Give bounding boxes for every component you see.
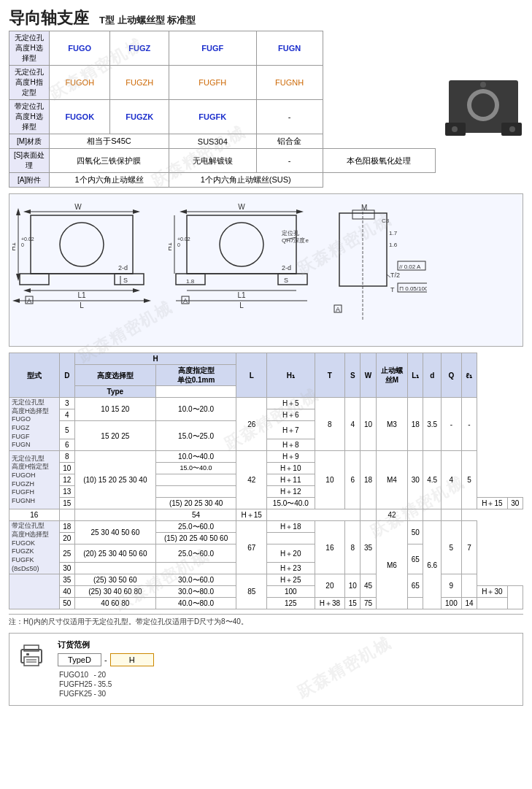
d-18: 18 <box>59 521 74 533</box>
product-info-table: 无定位孔高度H选择型 FUGO FUGZ FUGF FUGN 无定位孔高度H指定… <box>9 31 436 188</box>
d-5: 5 <box>59 421 74 439</box>
svg-marker-38 <box>296 209 304 214</box>
svg-marker-28 <box>12 299 20 303</box>
w-35: 35 <box>361 521 376 574</box>
h-fixed-3d <box>155 486 236 498</box>
material-3: 铝合金 <box>256 134 323 149</box>
h-select-5b: (25) 30 40 60 80 <box>74 586 155 598</box>
d-30: 30 <box>59 563 74 574</box>
q-4: 4 <box>441 451 461 509</box>
svg-text:// 0.02 A: // 0.02 A <box>399 263 421 270</box>
col-l1: L₁ <box>408 353 423 398</box>
row-header-1: 无定位孔高度H选择型 <box>9 31 50 66</box>
d-8: 8 <box>59 451 74 463</box>
product-image <box>443 31 523 188</box>
col-type-en: Type <box>74 386 155 398</box>
h1-h25: H＋25 <box>266 574 315 586</box>
svg-text:A: A <box>336 306 340 313</box>
h-fixed-3e: 15.0〜40.0 <box>266 498 315 509</box>
ex1-val: 20 <box>98 671 112 679</box>
h-fixed-4c: 25.0〜60.0 <box>155 544 236 563</box>
type-group-1: 无定位孔型高度H选择型FUGOFUGZFUGFFUGN <box>9 398 60 451</box>
svg-text:A: A <box>27 297 31 304</box>
svg-point-4 <box>471 93 495 117</box>
product-svg <box>445 73 522 146</box>
row-header-s: [S]表面处理 <box>9 149 50 173</box>
svg-text:QH7深度e: QH7深度e <box>282 237 309 244</box>
d-10: 10 <box>59 463 74 474</box>
fugn: FUGN <box>256 31 323 66</box>
surface-3: - <box>256 149 323 173</box>
l-85: 85 <box>236 574 267 609</box>
h1-h8: H＋8 <box>266 439 315 451</box>
printer-icon-wrap <box>17 639 46 670</box>
type-group-3b <box>9 574 60 609</box>
order-H-box[interactable]: H <box>110 653 154 666</box>
typeD-label: TypeD <box>68 655 91 664</box>
info-table-wrap: 无定位孔高度H选择型 FUGO FUGZ FUGF FUGN 无定位孔高度H指定… <box>9 31 436 188</box>
l1-50: 50 <box>408 521 423 544</box>
h-select-4c: (20) 25 30 40 50 60 <box>74 544 155 563</box>
svg-text:0: 0 <box>177 242 180 247</box>
d-50: 50 <box>59 598 74 609</box>
svg-rect-78 <box>24 657 39 666</box>
l-42: 42 <box>236 451 267 509</box>
svg-text:C3: C3 <box>382 218 390 224</box>
h1-h12: H＋12 <box>266 486 315 498</box>
diagram-left: W H1 +0.02 0 L1 L <box>12 197 166 343</box>
l1-100: 100 <box>441 598 461 609</box>
s-4: 4 <box>345 398 361 451</box>
svg-rect-14 <box>20 274 49 285</box>
col-w: W <box>361 353 376 398</box>
t-20b <box>507 586 523 609</box>
ex2-dash: - <box>94 680 96 688</box>
col-h-fixed: 高度指定型单位0.1mm <box>155 365 236 386</box>
h-fixed-1: 10.0〜20.0 <box>155 398 236 421</box>
s-10: 10 <box>345 574 361 598</box>
ex2-type: FUGFH25 <box>59 680 93 688</box>
svg-text:H1: H1 <box>12 242 17 251</box>
svg-marker-9 <box>23 209 31 214</box>
h-select-5c: 40 60 80 <box>74 598 155 609</box>
svg-text:2-d: 2-d <box>282 264 291 272</box>
ex2-val: 35.5 <box>98 680 112 688</box>
svg-point-5 <box>452 126 458 132</box>
svg-point-13 <box>60 223 104 266</box>
fugnh: FUGNH <box>256 66 323 100</box>
stopper-m4: M4 <box>376 451 407 509</box>
ex3-dash: - <box>94 690 96 698</box>
main-data-table: 型式 D H L H₁ T S W 止动螺丝M L₁ d Q ℓ₁ 高度选择型 … <box>9 353 523 609</box>
svg-text:T: T <box>390 286 395 293</box>
d-6-6: 6.6 <box>423 521 442 609</box>
main-title: 导向轴支座 <box>9 7 89 29</box>
svg-text:S: S <box>284 277 288 284</box>
surface-2: 无电解镀镍 <box>169 149 256 173</box>
svg-point-41 <box>220 223 263 266</box>
h-fixed-4b: (15) 20 25 40 50 60 <box>155 533 236 544</box>
ex3-val: 30 <box>98 690 112 698</box>
h-select-3f <box>59 509 74 521</box>
h-select-3: (10) 15 20 25 30 40 <box>74 451 155 509</box>
fugz: FUGZ <box>110 31 169 66</box>
h1-h18: H＋18 <box>266 521 315 533</box>
accessory-2: 1个内六角止动螺丝(SUS) <box>169 173 323 188</box>
d-15: 15 <box>59 498 74 509</box>
h1-h7: H＋7 <box>266 421 315 439</box>
order-typeD-box: TypeD <box>58 653 101 666</box>
h1-h23: H＋23 <box>266 563 315 574</box>
svg-rect-63 <box>339 213 387 286</box>
d-40: 40 <box>59 586 74 598</box>
fugo: FUGO <box>50 31 110 66</box>
col-l: L <box>236 353 267 398</box>
h1-h15: H＋15 <box>477 498 508 509</box>
l-54: 54 <box>155 509 236 521</box>
page-title: 导向轴支座 T型 止动螺丝型 标准型 <box>9 7 523 29</box>
l-26: 26 <box>236 398 267 451</box>
col-h-header: H <box>74 353 236 365</box>
col-d-small: d <box>423 353 442 398</box>
fugf: FUGF <box>169 31 256 66</box>
svg-text:T/2: T/2 <box>390 272 400 279</box>
svg-rect-43 <box>278 274 307 285</box>
col-l-small: ℓ₁ <box>461 353 477 398</box>
svg-rect-15 <box>115 274 144 285</box>
